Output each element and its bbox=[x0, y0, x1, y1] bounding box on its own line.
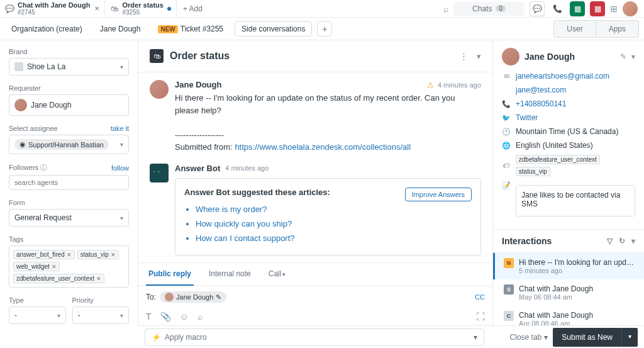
new-badge: NEW bbox=[158, 25, 177, 33]
type-select[interactable]: -▾ bbox=[9, 306, 66, 324]
tab-title: Chat with Jane Dough bbox=[18, 1, 91, 9]
remove-tag-icon[interactable]: ✕ bbox=[67, 252, 72, 258]
status-badge: C bbox=[504, 311, 514, 321]
call-tab[interactable]: Call▾ bbox=[266, 263, 289, 286]
tag[interactable]: zdbetafeature_user_context✕ bbox=[13, 274, 104, 283]
tags-input[interactable]: answer_bot_fired✕ status_vip✕ web_widget… bbox=[9, 245, 129, 288]
tag-icon: 🏷 bbox=[502, 162, 511, 169]
interaction-time: 5 minutes ago bbox=[519, 267, 635, 274]
message: Jane Dough ⚠ 4 minutes ago Hi there -- I… bbox=[150, 80, 481, 154]
public-reply-tab[interactable]: Public reply bbox=[146, 263, 194, 286]
workspace-tab-chat[interactable]: 💬 Chat with Jane Dough #2745 ✕ bbox=[0, 0, 105, 18]
assignee-select[interactable]: ◉Support/Hannah Bastian ▾ bbox=[9, 135, 129, 154]
expand-icon[interactable]: ⛶ bbox=[476, 312, 485, 322]
suggested-article-link[interactable]: How can I contact support? bbox=[196, 233, 295, 243]
attachment-icon[interactable]: 📎 bbox=[160, 312, 171, 322]
chats-pill[interactable]: Chats 0 bbox=[453, 2, 525, 16]
email-link[interactable]: jane@test.com bbox=[516, 86, 566, 94]
submit-dropdown[interactable]: ▾ bbox=[621, 328, 638, 347]
interaction-item[interactable]: N Hi there -- I'm looking for an update … bbox=[493, 253, 644, 279]
user-note-input[interactable]: Jane likes to be contacted via SMS bbox=[516, 185, 635, 216]
edit-icon[interactable]: ✎ bbox=[620, 52, 626, 61]
improve-answers-button[interactable]: Improve Answers bbox=[405, 188, 472, 201]
requester-label: Requester bbox=[9, 84, 129, 92]
take-it-link[interactable]: take it bbox=[111, 125, 129, 132]
user-avatar[interactable] bbox=[623, 1, 638, 16]
phone-icon[interactable]: 📞 bbox=[550, 1, 565, 16]
search-icon[interactable]: ⌕ bbox=[197, 312, 203, 322]
refresh-icon[interactable]: ↻ bbox=[619, 237, 625, 245]
more-actions-icon[interactable]: ⋮ bbox=[460, 52, 468, 61]
chats-label: Chats bbox=[472, 4, 492, 13]
form-select[interactable]: General Request ▾ bbox=[9, 209, 129, 227]
interaction-item[interactable]: C Chat with Jane DoughApr 08 08:46 am bbox=[493, 306, 644, 325]
suggested-article-link[interactable]: Where is my order? bbox=[196, 205, 267, 214]
avatar bbox=[14, 99, 27, 111]
ticket-breadcrumb[interactable]: NEWTicket #3255 bbox=[152, 22, 230, 36]
submit-button[interactable]: Submit as New bbox=[553, 328, 621, 347]
interaction-time: Apr 08 08:46 am bbox=[519, 320, 593, 325]
workspace-tab-ticket[interactable]: 🛍 Order status #3255 bbox=[105, 0, 177, 18]
suggested-article-link[interactable]: How quickly can you ship? bbox=[196, 219, 292, 228]
twitter-icon: 🐦 bbox=[502, 114, 511, 122]
brand-select[interactable]: Shoe La La ▾ bbox=[9, 58, 129, 76]
chevron-down-icon: ▾ bbox=[120, 312, 123, 319]
priority-select[interactable]: -▾ bbox=[72, 306, 130, 324]
recipient-pill[interactable]: Jane Dough ✎ bbox=[160, 291, 226, 303]
group-icon: ◉ bbox=[19, 140, 26, 149]
message-time: 4 minutes ago bbox=[225, 164, 269, 172]
avatar bbox=[502, 48, 519, 65]
remove-tag-icon[interactable]: ✕ bbox=[111, 252, 116, 258]
search-icon[interactable]: ⌕ bbox=[443, 4, 448, 14]
org-link[interactable]: Organization (create) bbox=[5, 22, 89, 36]
requester-link[interactable]: Jane Dough bbox=[94, 22, 147, 36]
unsaved-dot-icon bbox=[167, 7, 171, 11]
remove-tag-icon[interactable]: ✕ bbox=[96, 276, 101, 282]
status-badge: S bbox=[504, 284, 514, 295]
user-tab[interactable]: User bbox=[553, 20, 596, 38]
requester-select[interactable]: Jane Dough bbox=[9, 94, 129, 116]
chevron-down-icon[interactable]: ▾ bbox=[631, 52, 635, 61]
tag[interactable]: status_vip✕ bbox=[77, 250, 119, 259]
interaction-time: May 06 08:44 am bbox=[519, 293, 593, 301]
internal-note-tab[interactable]: Internal note bbox=[206, 263, 253, 286]
tag[interactable]: answer_bot_fired✕ bbox=[13, 250, 75, 259]
add-tab-button[interactable]: + Add bbox=[177, 4, 209, 13]
priority-label: Priority bbox=[72, 296, 130, 304]
cc-button[interactable]: CC bbox=[475, 293, 485, 301]
profile-tag: zdbetafeature_user_context bbox=[516, 155, 600, 164]
chevron-down-icon: ▾ bbox=[474, 333, 477, 342]
clock-icon: 🕐 bbox=[502, 128, 511, 136]
close-icon[interactable]: ✕ bbox=[94, 5, 99, 12]
tag[interactable]: web_widget✕ bbox=[13, 262, 60, 271]
edit-icon[interactable]: ✎ bbox=[216, 293, 221, 301]
close-tab-button[interactable]: Close tab ▾ bbox=[510, 333, 548, 342]
follow-link[interactable]: follow bbox=[111, 164, 129, 172]
twitter-link[interactable]: Twitter bbox=[516, 113, 538, 122]
comment-icon[interactable]: 💬 bbox=[530, 1, 545, 16]
user-context-panel: Jane Dough ✎ ▾ ✉janeheartshoes@gmail.com… bbox=[493, 40, 644, 325]
email-link[interactable]: janeheartshoes@gmail.com bbox=[516, 72, 609, 81]
chevron-down-icon[interactable]: ▾ bbox=[631, 237, 635, 245]
status-away-icon[interactable]: ▦ bbox=[590, 1, 605, 16]
tab-subtitle: #2745 bbox=[18, 9, 91, 16]
apps-tab[interactable]: Apps bbox=[596, 20, 639, 38]
ticket-icon: 🛍 bbox=[110, 4, 119, 13]
interaction-item[interactable]: S Chat with Jane DoughMay 06 08:44 am bbox=[493, 279, 644, 306]
add-side-conversation-button[interactable]: + bbox=[317, 21, 332, 36]
apply-macro-button[interactable]: ⚡ Apply macro ▾ bbox=[145, 328, 484, 346]
collapse-icon[interactable]: ▾ bbox=[477, 52, 481, 61]
chat-icon: 💬 bbox=[5, 4, 14, 13]
text-format-icon[interactable]: T bbox=[146, 312, 152, 322]
apps-grid-icon[interactable]: ⊞ bbox=[610, 4, 618, 14]
interaction-title: Chat with Jane Dough bbox=[519, 311, 593, 320]
side-conversations-button[interactable]: Side conversations bbox=[235, 21, 312, 36]
submitted-from-link[interactable]: https://www.shoelala.zendesk.com/collect… bbox=[235, 142, 411, 152]
filter-icon[interactable]: ▽ bbox=[607, 237, 613, 245]
profile-tag: status_vip bbox=[516, 167, 550, 176]
search-agents-input[interactable] bbox=[9, 175, 129, 190]
emoji-icon[interactable]: ☺ bbox=[180, 312, 189, 322]
status-online-icon[interactable]: ▦ bbox=[570, 1, 585, 16]
phone-link[interactable]: +14088050141 bbox=[516, 99, 566, 108]
remove-tag-icon[interactable]: ✕ bbox=[52, 264, 57, 270]
